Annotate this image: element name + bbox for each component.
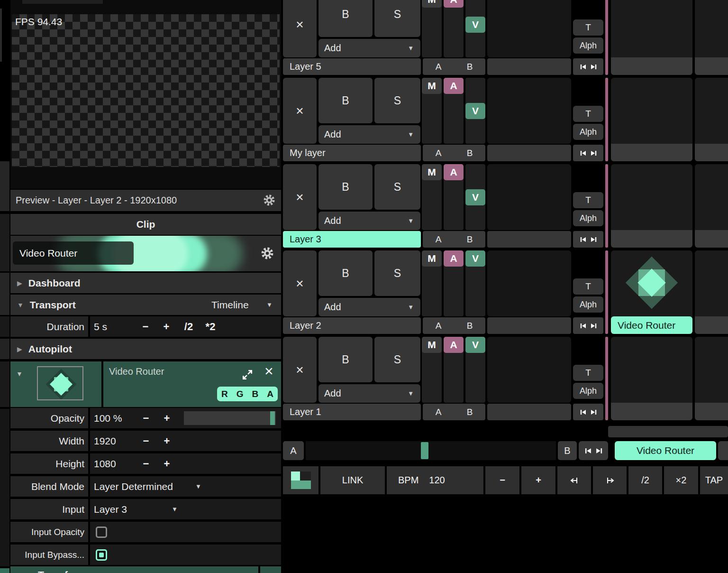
- audio-fader-handle[interactable]: A: [444, 337, 464, 353]
- transport-mode-select[interactable]: Timeline: [211, 299, 249, 311]
- height-value[interactable]: 1080: [94, 458, 116, 470]
- clip-transport-strip[interactable]: [487, 231, 571, 248]
- clip-transport-strip[interactable]: [487, 317, 571, 334]
- clip-slot-video-router[interactable]: Video Router: [611, 250, 692, 334]
- clip-slot-label-active[interactable]: Video Router: [611, 316, 692, 334]
- clip-slot-label[interactable]: [695, 144, 728, 161]
- assign-b-button[interactable]: B: [454, 321, 485, 331]
- width-minus-button[interactable]: −: [140, 435, 152, 447]
- clip-slot-label[interactable]: [611, 57, 692, 75]
- expand-icon[interactable]: [242, 369, 253, 382]
- opacity-plus-button[interactable]: +: [161, 412, 173, 425]
- metronome-cell[interactable]: [283, 466, 318, 494]
- transition-time-button[interactable]: T: [573, 106, 603, 122]
- layer-clear-button[interactable]: ×: [283, 164, 317, 230]
- video-fader-handle[interactable]: V: [465, 250, 485, 267]
- layer-blend-dropdown[interactable]: Add▼: [318, 39, 420, 57]
- bpm-double-button[interactable]: ×2: [664, 466, 698, 494]
- transition-time-button[interactable]: T: [573, 365, 603, 381]
- input-bypass-checkbox[interactable]: [96, 549, 107, 561]
- audio-fader-track[interactable]: [444, 0, 464, 57]
- clip-name-plate[interactable]: Video Router: [13, 241, 134, 265]
- deck-active-clip-label[interactable]: Video Router: [615, 441, 716, 460]
- layer-solo-button[interactable]: S: [374, 0, 420, 37]
- clip-settings-gear-icon[interactable]: [261, 247, 274, 262]
- master-fader-handle[interactable]: M: [422, 337, 442, 353]
- layer-bypass-button[interactable]: B: [318, 164, 373, 210]
- skip-previous-icon[interactable]: [580, 64, 587, 70]
- layer-name-label[interactable]: Layer 3: [283, 231, 421, 248]
- crossfader-assign-group[interactable]: A B: [423, 58, 485, 75]
- master-fader-handle[interactable]: M: [422, 0, 442, 8]
- assign-a-button[interactable]: A: [423, 321, 454, 331]
- clip-slot[interactable]: [695, 250, 728, 334]
- crossfader-assign-group[interactable]: A B: [423, 231, 485, 248]
- selected-clip-bar[interactable]: Video Router: [10, 236, 281, 271]
- clip-transport-strip[interactable]: [487, 404, 571, 420]
- clip-transport-strip[interactable]: [487, 58, 571, 75]
- red-channel-toggle[interactable]: R: [221, 389, 228, 399]
- audio-fader-handle[interactable]: A: [444, 78, 464, 94]
- skip-next-icon[interactable]: [590, 150, 597, 157]
- chevron-down-icon[interactable]: ▼: [195, 483, 201, 490]
- blue-channel-toggle[interactable]: B: [252, 389, 259, 399]
- clip-skip-group[interactable]: [573, 404, 603, 420]
- assign-b-button[interactable]: B: [454, 407, 485, 417]
- crossfader-track[interactable]: [306, 441, 556, 460]
- layer-bypass-button[interactable]: B: [318, 0, 373, 37]
- alpha-blend-button[interactable]: Alph: [573, 124, 603, 140]
- audio-fader-handle[interactable]: A: [444, 250, 464, 267]
- video-fader-handle[interactable]: V: [465, 17, 485, 33]
- master-fader-handle[interactable]: M: [422, 78, 442, 94]
- clip-slot[interactable]: [695, 78, 728, 161]
- master-fader-handle[interactable]: M: [422, 250, 442, 267]
- tap-tempo-button[interactable]: TAP: [700, 466, 728, 494]
- opacity-slider[interactable]: [184, 411, 276, 425]
- opacity-value[interactable]: 100 %: [94, 413, 122, 424]
- clip-skip-group[interactable]: [573, 58, 603, 75]
- opacity-slider-handle[interactable]: [270, 411, 275, 425]
- chevron-down-icon[interactable]: ▼: [172, 506, 178, 513]
- layer-solo-button[interactable]: S: [374, 164, 420, 210]
- link-button[interactable]: LINK: [320, 466, 385, 494]
- layer-solo-button[interactable]: S: [374, 337, 420, 382]
- assign-b-button[interactable]: B: [454, 62, 485, 72]
- clip-slot[interactable]: [611, 0, 692, 75]
- clip-slot-label[interactable]: [695, 403, 728, 420]
- layer-blend-dropdown[interactable]: Add▼: [318, 212, 420, 230]
- layer-name-label[interactable]: Layer 2: [283, 317, 421, 334]
- layer-blend-dropdown[interactable]: Add▼: [318, 384, 420, 403]
- skip-previous-icon[interactable]: [580, 150, 587, 157]
- audio-fader-handle[interactable]: A: [444, 0, 464, 8]
- skip-previous-icon[interactable]: [580, 409, 587, 416]
- layer-clear-button[interactable]: ×: [283, 0, 317, 57]
- clip-slot-label[interactable]: [611, 144, 692, 161]
- layer-blend-dropdown[interactable]: Add▼: [318, 125, 420, 144]
- layer-solo-button[interactable]: S: [374, 78, 420, 123]
- skip-previous-icon[interactable]: [580, 323, 587, 329]
- alpha-channel-toggle[interactable]: A: [267, 389, 273, 399]
- crossfader-assign-group[interactable]: A B: [423, 145, 485, 161]
- skip-next-icon[interactable]: [590, 64, 597, 70]
- assign-a-button[interactable]: A: [423, 234, 454, 245]
- clip-slot-label[interactable]: [695, 316, 728, 334]
- clip-skip-group[interactable]: [573, 231, 603, 248]
- width-plus-button[interactable]: +: [161, 435, 173, 447]
- clip-slot-label[interactable]: [611, 230, 692, 248]
- clip-skip-group[interactable]: [573, 145, 603, 161]
- expanded-arrow-icon[interactable]: ▼: [16, 370, 23, 378]
- bpm-plus-button[interactable]: +: [521, 466, 555, 494]
- crossfader-b-button[interactable]: B: [558, 441, 577, 460]
- transition-time-button[interactable]: T: [573, 278, 603, 295]
- clip-slot-label[interactable]: [695, 57, 728, 75]
- alpha-blend-button[interactable]: Alph: [573, 296, 603, 313]
- master-fader-handle[interactable]: M: [422, 164, 442, 180]
- clip-slot[interactable]: [611, 337, 692, 420]
- beat-nudge-forward-button[interactable]: [593, 466, 627, 494]
- layer-blend-dropdown[interactable]: Add▼: [318, 298, 420, 316]
- bpm-value[interactable]: 120: [429, 475, 445, 486]
- clip-grid-scrollbar[interactable]: [608, 426, 728, 437]
- layer-bypass-button[interactable]: B: [318, 250, 373, 296]
- transition-time-button[interactable]: T: [573, 192, 603, 208]
- assign-a-button[interactable]: A: [423, 407, 454, 417]
